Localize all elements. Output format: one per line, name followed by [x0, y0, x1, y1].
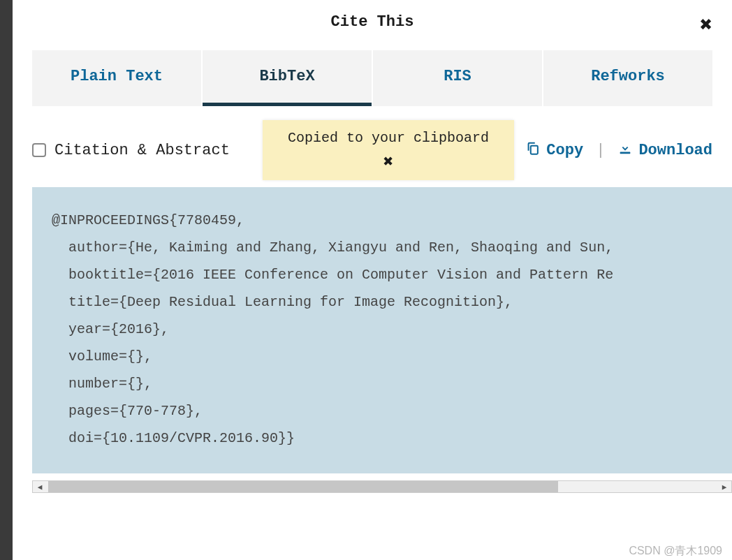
citation-abstract-label: Citation & Abstract	[54, 142, 230, 159]
watermark-text: CSDN @青木1909	[629, 544, 722, 559]
toolbar: Citation & Abstract Copied to your clipb…	[32, 126, 712, 175]
toolbar-actions: Copy | Download	[525, 140, 712, 161]
scroll-thumb[interactable]	[48, 481, 558, 492]
tab-refworks[interactable]: Refworks	[543, 50, 712, 106]
download-button[interactable]: Download	[617, 140, 712, 161]
citation-abstract-checkbox[interactable]	[32, 143, 46, 157]
scroll-left-arrow-icon[interactable]: ◀	[33, 481, 47, 492]
citation-abstract-toggle: Citation & Abstract	[32, 142, 230, 159]
modal-title: Cite This	[331, 13, 414, 31]
tab-bibtex[interactable]: BibTeX	[203, 50, 372, 106]
toast-close-icon[interactable]: ✖	[275, 152, 502, 172]
cite-modal: Cite This ✖ Plain Text BibTeX RIS Refwor…	[13, 0, 732, 560]
copy-label: Copy	[546, 142, 583, 159]
toast-message: Copied to your clipboard	[275, 130, 502, 146]
copy-button[interactable]: Copy	[525, 140, 583, 161]
toolbar-divider: |	[596, 142, 605, 159]
download-icon	[617, 140, 633, 161]
scroll-right-arrow-icon[interactable]: ▶	[717, 481, 731, 492]
tab-ris[interactable]: RIS	[373, 50, 542, 106]
copy-icon	[525, 140, 541, 161]
svg-rect-0	[531, 145, 538, 154]
modal-header: Cite This ✖	[13, 0, 732, 43]
close-icon[interactable]: ✖	[700, 15, 712, 36]
svg-rect-1	[620, 152, 631, 154]
citation-code-block[interactable]: @INPROCEEDINGS{7780459, author={He, Kaim…	[32, 187, 732, 473]
download-label: Download	[638, 142, 712, 159]
copied-toast: Copied to your clipboard ✖	[263, 120, 514, 180]
horizontal-scrollbar[interactable]: ◀ ▶	[32, 480, 732, 493]
tabs-bar: Plain Text BibTeX RIS Refworks	[32, 50, 712, 106]
tab-plain-text[interactable]: Plain Text	[32, 50, 201, 106]
